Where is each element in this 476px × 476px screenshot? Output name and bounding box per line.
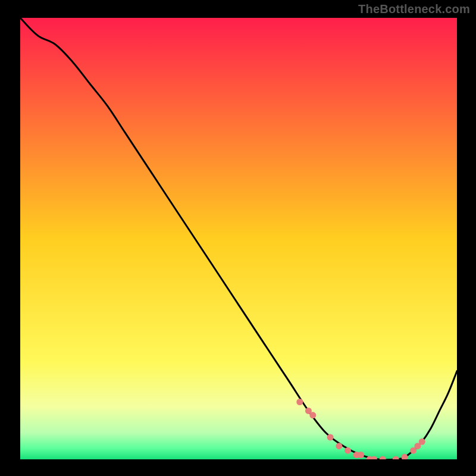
- marker-dot: [336, 443, 342, 449]
- chart-svg: [20, 18, 457, 459]
- watermark-text: TheBottleneck.com: [358, 2, 470, 16]
- plot-area: [20, 18, 457, 459]
- marker-dot: [296, 399, 303, 405]
- marker-dot: [309, 412, 316, 418]
- marker-dot: [419, 439, 425, 445]
- marker-dot: [345, 447, 351, 454]
- chart-frame: TheBottleneck.com: [0, 0, 476, 476]
- marker-dot: [358, 452, 364, 458]
- gradient-rect: [20, 18, 457, 459]
- marker-dot: [327, 434, 334, 440]
